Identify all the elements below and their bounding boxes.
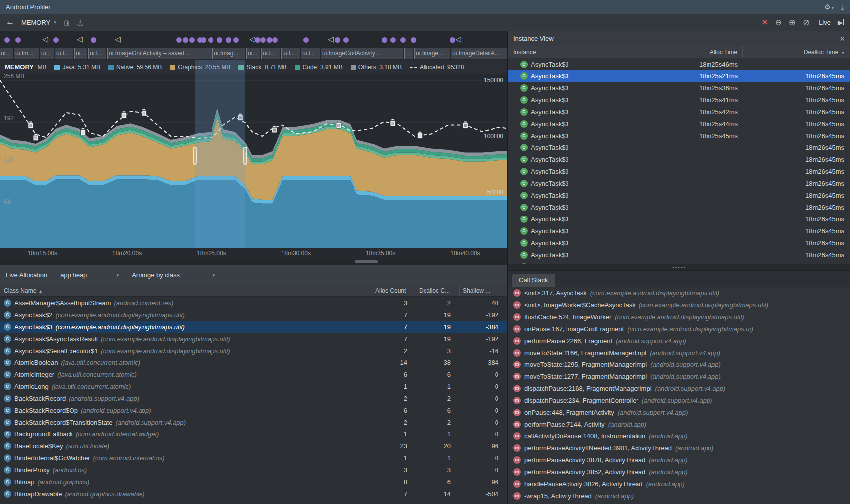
instance-row[interactable]: CAsyncTask$318m26s45ms <box>508 177 850 189</box>
horizontal-scrollbar[interactable] <box>0 259 507 265</box>
instance-row[interactable]: CAsyncTask$318m26s45ms <box>508 142 850 153</box>
activity-segment[interactable]: ui.ImageDetailA... <box>451 48 507 59</box>
instance-row[interactable]: CAsyncTask$318m25s45ms18m26s45ms <box>508 130 850 142</box>
activity-segment[interactable]: ui.Image... <box>414 48 450 59</box>
instance-row[interactable]: CAsyncTask$318m26s45ms <box>508 225 850 237</box>
call-stack-frame[interactable]: mperformPauseActivityIfNeeded:3901, Acti… <box>508 442 850 454</box>
class-row[interactable]: CBackStackRecord(android.support.v4.app)… <box>0 392 507 404</box>
instance-row[interactable]: CAsyncTask$318m26s45ms <box>508 153 850 165</box>
activity-segment[interactable]: ui.l... <box>88 48 106 59</box>
activity-segment[interactable]: ui... <box>40 48 54 59</box>
class-row[interactable]: CAsyncTask$SerialExecutor$1(com.example.… <box>0 345 507 357</box>
instance-row[interactable]: CAsyncTask$318m26s45ms <box>508 249 850 261</box>
activity-segment[interactable]: ui... <box>246 48 260 59</box>
column-dealloc-time[interactable]: Dealloc Time ▾ <box>743 46 850 58</box>
class-row[interactable]: CAtomicLong(java.util.concurrent.atomic)… <box>0 380 507 392</box>
class-row[interactable]: CAtomicInteger(java.util.concurrent.atom… <box>0 368 507 380</box>
class-row[interactable]: CAsyncTask$3(com.example.android.display… <box>0 321 507 333</box>
trash-icon[interactable] <box>63 19 70 26</box>
zoom-out-button[interactable]: ⊖ <box>775 17 781 28</box>
class-row[interactable]: CAssetManager$AssetInputStream(android.c… <box>0 297 507 309</box>
call-stack-frame[interactable]: mhandlePauseActivity:3826, ActivityThrea… <box>508 478 850 490</box>
instance-row[interactable]: CAsyncTask$318m25s36ms18m26s45ms <box>508 82 850 94</box>
column-dealloc-count[interactable]: Dealloc C... <box>416 285 460 296</box>
activity-segment[interactable]: ui... <box>0 48 13 59</box>
close-icon[interactable]: ✕ <box>839 35 845 43</box>
instance-row[interactable]: CAsyncTask$318m26s45ms <box>508 165 850 177</box>
call-stack-frame[interactable]: mmoveToState:1295, FragmentManagerImpl (… <box>508 359 850 370</box>
memory-chart[interactable]: 256 MB1921286415000010000050000 <box>0 74 507 248</box>
reset-zoom-button[interactable]: ⊘ <box>803 17 810 28</box>
call-stack-frame[interactable]: mdispatchPause:234, FragmentController (… <box>508 394 850 406</box>
selection-overlay[interactable] <box>195 60 245 248</box>
class-row[interactable]: CBackStackRecord$Op(android.support.v4.a… <box>0 404 507 416</box>
class-row[interactable]: CAtomicBoolean(java.util.concurrent.atom… <box>0 357 507 368</box>
tab-call-stack[interactable]: Call Stack <box>512 274 555 287</box>
class-row[interactable]: CBaseLocale$Key(sun.util.locale)232096 <box>0 440 507 452</box>
class-row[interactable]: CBitmap(android.graphics)8696 <box>0 476 507 488</box>
call-stack-frame[interactable]: mflushCache:524, ImageWorker (com.exampl… <box>508 311 850 323</box>
activity-segment[interactable]: ui... <box>74 48 87 59</box>
call-stack-frame[interactable]: monPause:167, ImageGridFragment (com.exa… <box>508 323 850 335</box>
heap-select[interactable]: app heap ▾ <box>60 271 119 279</box>
column-alloc-count[interactable]: Alloc Count <box>372 285 416 296</box>
download-icon[interactable]: ↓ <box>841 3 844 10</box>
activity-segment[interactable]: ui.Imag... <box>212 48 245 59</box>
instance-row[interactable]: CAsyncTask$318m26s45ms <box>508 213 850 225</box>
call-stack-frame[interactable]: mmoveToState:1277, FragmentManagerImpl (… <box>508 370 850 382</box>
class-row[interactable]: CBinderProxy(android.os)330 <box>0 464 507 476</box>
column-class-name[interactable]: Class Name▲ <box>0 285 372 296</box>
class-row[interactable]: CAsyncTask$AsyncTaskResult(com.example.a… <box>0 333 507 345</box>
class-row[interactable]: CBackStackRecord$TransitionState(android… <box>0 416 507 428</box>
activity-segment[interactable]: ui.ImageGridActivity – saved ... <box>107 48 212 59</box>
instance-row[interactable]: CAsyncTask$318m25s41ms18m26s45ms <box>508 94 850 106</box>
class-row[interactable]: CBinderInternal$GcWatcher(com.android.in… <box>0 452 507 464</box>
instance-row[interactable]: CAsyncTask$318m25s21ms18m26s45ms <box>508 70 850 82</box>
call-stack-frame[interactable]: m<init>, ImageWorker$CacheAsyncTask (com… <box>508 299 850 311</box>
call-stack-frame[interactable]: mperformPauseActivity:3878, ActivityThre… <box>508 454 850 466</box>
instance-row[interactable]: CAsyncTask$318m25s42ms18m26s45ms <box>508 106 850 118</box>
scrollbar-thumb[interactable] <box>355 260 378 263</box>
instance-row[interactable]: CAsyncTask$318m26s45ms <box>508 261 850 264</box>
activity-segment[interactable]: ui.l... <box>261 48 280 59</box>
class-row[interactable]: CAsyncTask$2(com.example.android.display… <box>0 309 507 321</box>
class-row[interactable]: CBackgroundFallback(com.android.internal… <box>0 428 507 440</box>
instance-row[interactable]: CAsyncTask$318m25s46ms <box>508 58 850 70</box>
class-row[interactable]: CBitmapDrawable(android.graphics.drawabl… <box>0 488 507 500</box>
call-stack-frame[interactable]: mcallActivityOnPause:1408, Instrumentati… <box>508 430 850 442</box>
selection-handle-right[interactable] <box>243 147 247 165</box>
call-stack-frame[interactable]: m-wrap15, ActivityThread (android.app) <box>508 490 850 502</box>
activity-segment[interactable]: ui.ImageGridActivity ... <box>321 48 403 59</box>
instance-row[interactable]: CAsyncTask$318m25s44ms18m26s45ms <box>508 118 850 130</box>
shallow-size-cell: 96 <box>460 442 507 450</box>
end-session-button[interactable]: ✕ <box>762 18 768 27</box>
call-stack-frame[interactable]: mdispatchPause:2168, FragmentManagerImpl… <box>508 382 850 394</box>
activity-segment[interactable]: ui.l... <box>281 48 300 59</box>
activity-segment[interactable]: ui.Im... <box>14 48 39 59</box>
export-icon[interactable] <box>77 19 84 26</box>
go-live-button[interactable]: ▶ <box>838 19 844 26</box>
selection-handle-left[interactable] <box>193 147 197 165</box>
column-instance[interactable]: Instance <box>508 46 637 58</box>
arrange-select[interactable]: Arrange by class ▾ <box>132 271 215 279</box>
call-stack-frame[interactable]: mperformPause:7144, Activity (android.ap… <box>508 418 850 430</box>
instance-row[interactable]: CAsyncTask$318m26s45ms <box>508 189 850 201</box>
activity-segment[interactable]: ui.l... <box>55 48 73 59</box>
call-stack-frame[interactable]: mperformPauseActivity:3852, ActivityThre… <box>508 466 850 478</box>
call-stack-frame[interactable]: monPause:448, FragmentActivity (android.… <box>508 406 850 418</box>
instance-row[interactable]: CAsyncTask$318m26s45ms <box>508 237 850 249</box>
activity-segment[interactable]: ui.l... <box>301 48 320 59</box>
column-shallow-size[interactable]: Shallow ... <box>460 285 507 296</box>
call-stack-frame[interactable]: mperformPause:2266, Fragment (android.su… <box>508 335 850 347</box>
profiler-type-select[interactable]: MEMORY ▾ <box>21 19 56 26</box>
activity-segment[interactable]: ... <box>404 48 413 59</box>
call-stack-frame[interactable]: mmoveToState:1166, FragmentManagerImpl (… <box>508 347 850 359</box>
settings-gear-icon[interactable]: ⚙▾ <box>824 3 834 11</box>
call-stack-frame[interactable]: m<init>:317, AsyncTask (com.example.andr… <box>508 287 850 299</box>
column-alloc-time[interactable]: Alloc Time <box>637 46 743 58</box>
panel-splitter[interactable]: ••••• <box>508 264 850 271</box>
back-button[interactable]: ← <box>6 17 14 27</box>
instance-row[interactable]: CAsyncTask$318m26s45ms <box>508 201 850 213</box>
zoom-in-button[interactable]: ⊕ <box>789 17 796 28</box>
event-timeline[interactable]: ◁◁◁◁◁◁ ui...ui.Im...ui...ui.l...ui...ui.… <box>0 31 507 60</box>
